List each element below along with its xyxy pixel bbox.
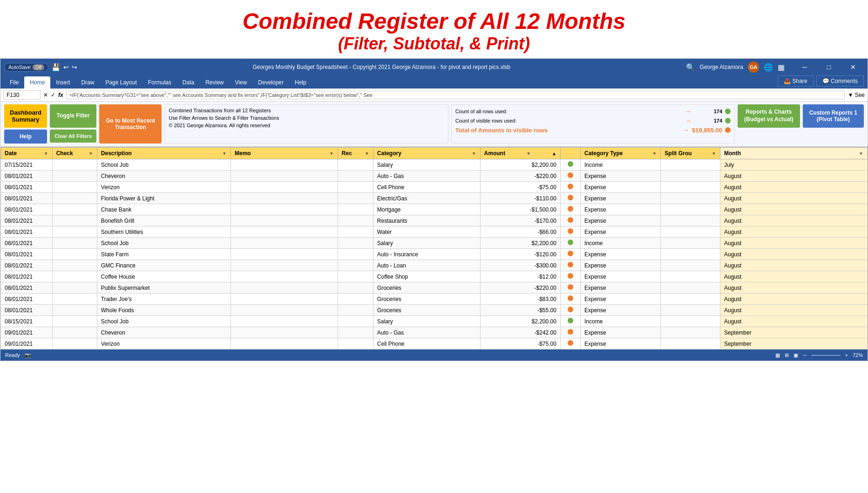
col-header-description[interactable]: Description ▼ (97, 148, 231, 159)
status-ready: Ready (5, 352, 20, 358)
memo-filter-arrow[interactable]: ▼ (329, 151, 334, 156)
reports-charts-button[interactable]: Reports & Charts (Budget vs Actual) (738, 104, 800, 128)
cell-amount: $2,200.00 (480, 238, 560, 249)
cell-category-type: Expense (580, 182, 660, 193)
col-header-split-group[interactable]: Split Grou ▼ (661, 148, 720, 159)
cat-type-filter-arrow[interactable]: ▼ (652, 151, 657, 156)
clear-filters-button[interactable]: Clear All Filters (50, 130, 96, 143)
save-icon[interactable]: 💾 (51, 63, 61, 72)
cell-category-type: Expense (580, 204, 660, 215)
total-value: $19,955.00 (692, 127, 722, 134)
page-layout-icon[interactable]: ▣ (793, 352, 798, 358)
check-filter-arrow[interactable]: ▼ (88, 151, 93, 156)
redo-icon[interactable]: ↪ (72, 63, 77, 71)
cell-split-group (661, 226, 720, 238)
tab-draw[interactable]: Draw (75, 76, 100, 89)
cell-check (52, 294, 97, 305)
cell-dot (560, 226, 580, 238)
zoom-in-icon[interactable]: + (845, 352, 848, 358)
formula-cancel-icon[interactable]: ✕ (43, 92, 48, 98)
formula-expand-icon[interactable]: ▼ See (848, 92, 865, 98)
cell-rec (338, 316, 373, 327)
cell-split-group (661, 249, 720, 260)
cell-month: August (720, 215, 867, 226)
date-filter-arrow[interactable]: ▼ (44, 151, 48, 156)
close-button[interactable]: ✕ (842, 61, 864, 74)
cell-check (52, 193, 97, 204)
share-button[interactable]: 📤 Share (778, 75, 813, 87)
cell-category-type: Expense (580, 226, 660, 238)
tab-review[interactable]: Review (200, 76, 229, 89)
dot-1 (725, 109, 731, 114)
page-break-icon[interactable]: ⊞ (785, 352, 789, 358)
cell-check (52, 316, 97, 327)
toolbar-col3: Go to Most Recent Transaction (99, 104, 162, 144)
rec-filter-arrow[interactable]: ▼ (365, 151, 369, 156)
cell-category: Auto - Gas (373, 171, 480, 182)
help-button[interactable]: Help (4, 130, 47, 144)
col-header-rec[interactable]: Rec ▼ (338, 148, 373, 159)
col-header-date[interactable]: Date ▼ (1, 148, 53, 159)
cell-date: 08/01/2021 (1, 282, 53, 294)
undo-icon[interactable]: ↩ (63, 63, 69, 71)
zoom-out-icon[interactable]: ─ (803, 352, 807, 358)
cell-dot (560, 327, 580, 338)
cell-memo (231, 238, 338, 249)
cell-description: School Job (97, 316, 231, 327)
custom-reports-button[interactable]: Custom Reports 1 (Pivot Table) (803, 104, 864, 128)
search-icon[interactable]: 🔍 (686, 63, 695, 72)
tab-view[interactable]: View (230, 76, 253, 89)
cat-filter-arrow[interactable]: ▼ (472, 151, 476, 156)
col-header-check[interactable]: Check ▼ (52, 148, 97, 159)
comments-button[interactable]: 💬 Comments (816, 75, 864, 87)
cell-memo (231, 171, 338, 182)
cell-memo (231, 204, 338, 215)
cell-check (52, 305, 97, 316)
tab-home[interactable]: Home (24, 76, 50, 89)
tab-data[interactable]: Data (177, 76, 200, 89)
zoom-slider[interactable]: ──────── (811, 352, 840, 358)
go-recent-button[interactable]: Go to Most Recent Transaction (99, 104, 162, 144)
cell-category-type: Expense (580, 249, 660, 260)
toggle-filter-button[interactable]: Toggle Filter (50, 104, 96, 128)
cell-month: August (720, 238, 867, 249)
formula-fx-icon[interactable]: fx (58, 92, 63, 98)
dashboard-summary-button[interactable]: Dashboard Summary (4, 104, 47, 128)
cell-date: 08/01/2021 (1, 249, 53, 260)
tab-insert[interactable]: Insert (50, 76, 75, 89)
tab-help[interactable]: Help (289, 76, 312, 89)
cell-reference[interactable]: F130 (3, 90, 41, 100)
month-filter-arrow[interactable]: ▼ (859, 151, 863, 156)
col-header-month[interactable]: Month ▼ (720, 148, 867, 159)
split-filter-arrow[interactable]: ▼ (712, 151, 716, 156)
arrow-2: → (685, 117, 692, 124)
cell-category-type: Expense (580, 282, 660, 294)
formula-confirm-icon[interactable]: ✓ (51, 92, 55, 98)
cell-category: Salary (373, 159, 480, 171)
cell-split-group (661, 271, 720, 282)
cell-category: Groceries (373, 294, 480, 305)
cell-memo (231, 260, 338, 271)
normal-view-icon[interactable]: ▦ (775, 352, 780, 358)
amt-filter-arrow[interactable]: ▼ (526, 151, 531, 156)
cell-dot (560, 338, 580, 349)
cell-dot (560, 282, 580, 294)
autosave-toggle[interactable]: Off (33, 64, 44, 70)
tab-formulas[interactable]: Formulas (142, 76, 177, 89)
tab-developer[interactable]: Developer (252, 76, 289, 89)
desc-filter-arrow[interactable]: ▼ (222, 151, 227, 156)
tab-page-layout[interactable]: Page Layout (100, 76, 142, 89)
info-row-1: Combined Transactions from all 12 Regist… (169, 107, 444, 114)
col-header-category[interactable]: Category ▼ (373, 148, 480, 159)
cell-description: Verizon (97, 182, 231, 193)
col-header-memo[interactable]: Memo ▼ (231, 148, 338, 159)
cell-category-type: Income (580, 159, 660, 171)
tab-file[interactable]: File (4, 76, 24, 89)
col-header-amount[interactable]: Amount ▼▲ (480, 148, 560, 159)
col-header-category-type[interactable]: Category Type ▼ (580, 148, 660, 159)
cell-description: Cheveron (97, 327, 231, 338)
cell-date: 08/01/2021 (1, 226, 53, 238)
minimize-button[interactable]: ─ (794, 61, 815, 74)
restore-button[interactable]: □ (818, 61, 840, 74)
formula-content[interactable]: =IF('Accounts Summary'!G31="see above","… (66, 91, 845, 99)
